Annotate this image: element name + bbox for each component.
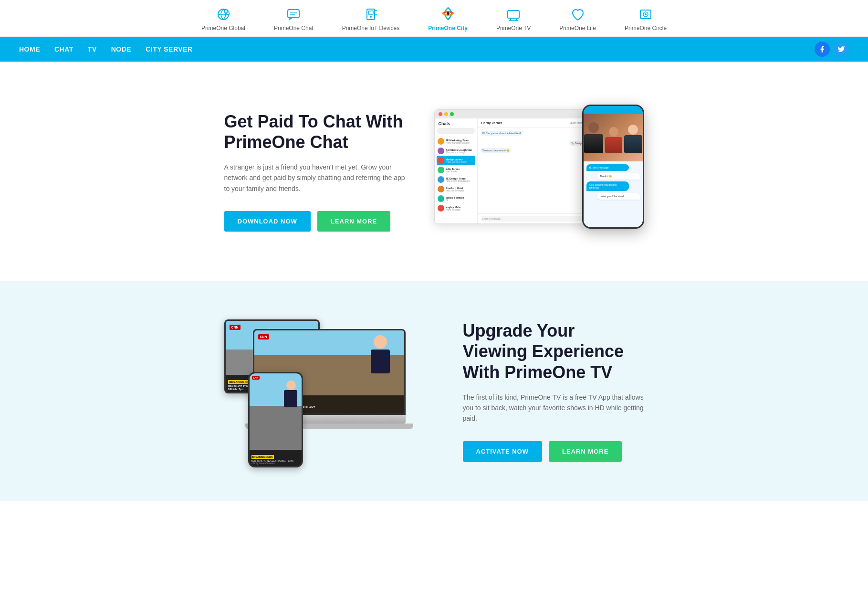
phone-status-bar <box>584 106 643 114</box>
phone-message-in: Hi, just a message <box>586 164 629 171</box>
product-tv[interactable]: PrimeOne TV <box>496 6 531 32</box>
chat-messages-area: Hi! Can you send me the latest files? 📎 … <box>478 128 596 213</box>
city-icon <box>439 6 457 23</box>
twitter-button[interactable] <box>834 42 849 57</box>
svg-point-11 <box>370 16 372 18</box>
chat-mockup: Chats JE Marketing Team A new marketing … <box>434 105 644 238</box>
tvphone-screen: CNN BREAKING NEWS NEW BLAST AT NUCLEAR P… <box>250 373 302 466</box>
chat-list-item[interactable]: Barrabara Loughman What are you doing? <box>437 146 475 156</box>
tv-label: PrimeOne TV <box>496 25 531 32</box>
chat-input-field[interactable]: Enter a message... <box>481 216 593 222</box>
city-label: PrimeOne City <box>428 25 468 32</box>
product-city[interactable]: PrimeOne City <box>428 6 468 32</box>
chat-buttons: DOWNLOAD NOW LEARN MORE <box>224 211 406 232</box>
news-logo: CNN <box>252 376 260 380</box>
main-nav: HOME CHAT TV NODE CITY SERVER <box>0 37 868 62</box>
tv-devices-mockup: CNN BREAKING NEWS NEW BLAST AT NUCLEAR P… <box>224 315 434 467</box>
chat-list-item[interactable]: Hayley Mele Photo Message <box>437 203 475 213</box>
download-now-button[interactable]: DOWNLOAD NOW <box>224 211 311 232</box>
video-bg <box>584 114 643 161</box>
chat-list-item[interactable]: JE Marketing Team A new marketing strate… <box>437 137 475 146</box>
facebook-button[interactable] <box>815 42 830 57</box>
chat-list-item[interactable]: Edie Talves Fine, thanks <box>437 165 475 175</box>
anchor-head <box>374 335 387 349</box>
chat-body: Chats JE Marketing Team A new marketing … <box>435 118 596 223</box>
chat-list-item-active[interactable]: Maddy Varner Thank you very much! <box>437 156 475 165</box>
chat-list-item[interactable]: Margo Fermica Ok <box>437 194 475 203</box>
product-life[interactable]: PrimeOne Life <box>559 6 596 32</box>
avatar <box>438 167 444 173</box>
tv-section: CNN BREAKING NEWS NEW BLAST AT NUCLEAR P… <box>0 281 868 501</box>
tv-phone: CNN BREAKING NEWS NEW BLAST AT NUCLEAR P… <box>248 372 303 467</box>
chat-message: Hi! Can you send me the latest files? <box>481 131 593 136</box>
tvphone-overlay: BREAKING NEWS NEW BLAST AT NUCLEAR POWER… <box>250 450 302 466</box>
tv-description: The first of its kind, PrimeOne TV is a … <box>463 392 644 424</box>
chat-list-item[interactable]: Stanford Grief Send me the report <box>437 184 475 194</box>
phone-message-out: Looks great! Received! <box>597 193 640 200</box>
anchor-head <box>286 381 296 390</box>
anchor-body <box>371 350 390 373</box>
product-circle[interactable]: PrimeOne Circle <box>625 6 667 32</box>
person-head <box>628 125 638 135</box>
avatar <box>438 195 444 202</box>
circle-label: PrimeOne Circle <box>625 25 667 32</box>
chat-input-area: Enter a message... <box>478 213 596 223</box>
product-global[interactable]: PrimeOne Global <box>201 6 245 32</box>
chat-section: Get Paid To Chat With PrimeOne Chat A st… <box>0 62 868 281</box>
product-iot[interactable]: PrimeOne IoT Devices <box>342 6 400 32</box>
svg-rect-16 <box>508 11 519 18</box>
chat-header: Hardy Varner Last Friday at 13:55 <box>478 118 596 128</box>
news-logo: CNN <box>258 334 269 339</box>
anchor-person <box>366 335 395 383</box>
global-icon <box>215 6 232 23</box>
news-logo: CNN <box>230 325 241 330</box>
phone-message-in: Also, sending you designs tomorrow <box>586 181 629 191</box>
circle-product-icon <box>637 6 654 23</box>
maximize-dot <box>450 112 454 116</box>
tv-text-block: Upgrade Your Viewing Experience With Pri… <box>463 320 644 462</box>
person-body <box>605 137 622 153</box>
chats-title: Chats <box>437 121 475 126</box>
global-label: PrimeOne Global <box>201 25 245 32</box>
chat-description: A stranger is just a friend you haven't … <box>224 162 406 194</box>
activate-now-button[interactable]: ACTIVATE NOW <box>463 441 542 462</box>
nav-node[interactable]: NODE <box>111 43 131 55</box>
learn-more-chat-button[interactable]: LEARN MORE <box>317 211 390 232</box>
tv-product-icon <box>505 6 522 23</box>
phone-message-out: Thanks! 😊 <box>597 173 640 180</box>
chat-desktop-window: Chats JE Marketing Team A new marketing … <box>434 109 596 224</box>
close-dot <box>439 112 442 116</box>
person-body <box>584 134 603 153</box>
avatar <box>438 176 444 183</box>
product-chat[interactable]: PrimeOne Chat <box>274 6 314 32</box>
phone-screen: Hi, just a message Thanks! 😊 Also, sendi… <box>584 106 643 227</box>
nav-chat[interactable]: CHAT <box>54 43 73 55</box>
avatar <box>438 205 444 212</box>
chat-contact-name: Hardy Varner <box>481 121 502 125</box>
chat-text-block: Get Paid To Chat With PrimeOne Chat A st… <box>224 111 406 232</box>
chat-list-item[interactable]: JE Design Team Here are the final design… <box>437 175 475 184</box>
phone-subtext: rt hit by tsunami's waves <box>251 462 300 465</box>
message-bubble: Hi! Can you send me the latest files? <box>481 131 523 136</box>
nav-home[interactable]: HOME <box>19 43 40 55</box>
avatar <box>438 138 444 145</box>
nav-tv[interactable]: TV <box>88 43 97 55</box>
message-bubble: Thank you very much! 😊 <box>481 148 512 153</box>
person-head <box>588 122 599 133</box>
chat-product-label: PrimeOne Chat <box>274 25 314 32</box>
avatar <box>438 148 444 154</box>
anchor-body <box>284 390 297 407</box>
learn-more-tv-button[interactable]: LEARN MORE <box>549 441 622 462</box>
top-product-nav: PrimeOne Global PrimeOne Chat PrimeOne I… <box>0 0 868 37</box>
svg-rect-6 <box>288 10 299 18</box>
svg-point-22 <box>645 13 647 15</box>
tv-heading: Upgrade Your Viewing Experience With Pri… <box>463 320 644 382</box>
avatar <box>438 186 444 192</box>
video-area <box>584 114 643 161</box>
nav-city-server[interactable]: CITY SERVER <box>146 43 192 55</box>
iot-icon <box>362 6 379 23</box>
chat-main-panel: Hardy Varner Last Friday at 13:55 Hi! Ca… <box>478 118 596 223</box>
life-label: PrimeOne Life <box>559 25 596 32</box>
chat-phone-mockup: Hi, just a message Thanks! 😊 Also, sendi… <box>582 105 644 229</box>
life-icon <box>569 6 586 23</box>
